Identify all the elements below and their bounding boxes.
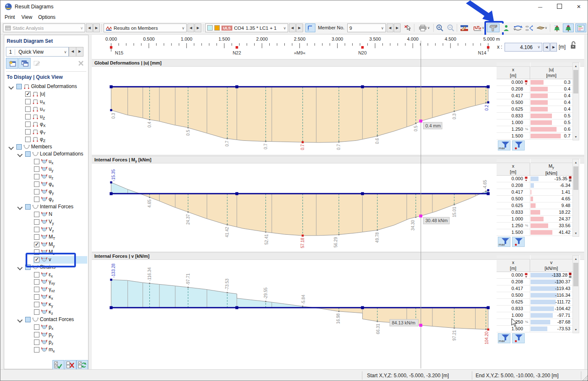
reverse-axis-button[interactable] bbox=[512, 23, 524, 32]
result-tables-button[interactable] bbox=[575, 23, 586, 32]
invert-check-button[interactable] bbox=[76, 360, 88, 370]
menu-print[interactable]: Print bbox=[5, 14, 15, 20]
table-row[interactable]: 0.6250.4 bbox=[497, 106, 572, 113]
sidebar-item-uy[interactable]: uY bbox=[4, 106, 88, 113]
uncheck-all-button[interactable] bbox=[65, 360, 76, 370]
table-row[interactable]: 1.000-97.71 bbox=[497, 312, 572, 319]
sidebar-item-z[interactable]: φz bbox=[4, 196, 88, 203]
member-select-button[interactable] bbox=[305, 23, 315, 32]
cursor-position-line[interactable] bbox=[421, 41, 421, 368]
table-row[interactable]: 0.83318.22 bbox=[497, 209, 572, 216]
filter-max-button[interactable]: max bbox=[498, 237, 510, 247]
sidebar-item-x[interactable]: φx bbox=[4, 181, 88, 188]
checkbox-z[interactable] bbox=[34, 309, 39, 315]
visibility-user-button[interactable] bbox=[501, 23, 511, 32]
table-row[interactable]: 0.625-111.72 bbox=[497, 299, 572, 306]
scroll-down-button[interactable]: ▼ bbox=[573, 134, 579, 140]
check-all-button[interactable] bbox=[52, 360, 64, 370]
table-row[interactable]: 0.4170.4 bbox=[497, 93, 572, 99]
chevron-expanded-icon[interactable] bbox=[8, 84, 14, 90]
x-next-button[interactable]: ▶ bbox=[550, 43, 557, 52]
table-row[interactable]: 0.5000.4 bbox=[497, 99, 572, 106]
table-row[interactable]: 0.2080.4 bbox=[497, 86, 572, 93]
display-navigator-button[interactable] bbox=[563, 23, 574, 32]
smooth-diagram-button[interactable] bbox=[535, 23, 549, 32]
project-navigator-button[interactable] bbox=[552, 23, 562, 32]
edit-set-button[interactable] bbox=[31, 58, 42, 69]
sidebar-item-uy[interactable]: uy bbox=[4, 166, 88, 173]
table-row[interactable]: 0.208-6.34 bbox=[497, 182, 572, 189]
sidebar-item-mx[interactable]: mx bbox=[4, 346, 88, 354]
sidebar-item-z[interactable]: κz bbox=[4, 308, 88, 316]
zoom-out-button[interactable] bbox=[446, 23, 456, 32]
minimize-button[interactable] bbox=[531, 0, 550, 13]
scroll-down-button[interactable]: ▼ bbox=[573, 230, 579, 236]
table-row[interactable]: 1.00024.37 bbox=[497, 216, 572, 223]
sidebar-item-vz[interactable]: Vz bbox=[4, 226, 88, 233]
checkbox-mx[interactable] bbox=[34, 347, 39, 352]
sidebar-item-n[interactable]: N bbox=[4, 211, 88, 218]
checkbox-z[interactable] bbox=[34, 197, 39, 202]
filter-values-button[interactable] bbox=[512, 333, 525, 343]
table-row[interactable]: 0.500-116.34 bbox=[497, 292, 572, 299]
sidebar-item-x[interactable]: εx bbox=[4, 271, 88, 279]
checkbox-uy[interactable] bbox=[25, 106, 31, 112]
checkbox-y[interactable] bbox=[34, 302, 39, 307]
checkbox-xy[interactable] bbox=[34, 279, 39, 285]
table-row[interactable]: 1.250¼33.56 bbox=[497, 223, 572, 229]
table-row[interactable]: 1.0000.5 bbox=[497, 119, 572, 126]
set-next-button[interactable]: ▶ bbox=[76, 47, 83, 57]
checkbox-mt[interactable] bbox=[34, 234, 39, 240]
sidebar-item-px[interactable]: px bbox=[4, 324, 88, 331]
table-row[interactable]: 1.250¼-87.68 bbox=[497, 319, 572, 326]
close-button[interactable] bbox=[569, 0, 588, 13]
checkbox-y[interactable] bbox=[25, 129, 31, 135]
load-case-prev-button[interactable]: ◀ bbox=[289, 23, 296, 32]
print-button[interactable] bbox=[416, 23, 432, 32]
sidebar-item-py[interactable]: py bbox=[4, 331, 88, 339]
checkbox-n[interactable] bbox=[34, 212, 39, 217]
chevron-expanded-icon[interactable] bbox=[17, 265, 23, 270]
checkbox-vz[interactable] bbox=[34, 227, 39, 232]
sidebar-item-pz[interactable]: pz bbox=[4, 339, 88, 346]
table-row[interactable]: 0.000-133.28 bbox=[497, 272, 572, 279]
checkbox-ux[interactable] bbox=[25, 99, 31, 104]
zoom-in-button[interactable] bbox=[435, 23, 445, 32]
checkbox-x[interactable] bbox=[34, 272, 39, 277]
scroll-down-button[interactable]: ▼ bbox=[573, 327, 579, 333]
scrollbar-thumb[interactable] bbox=[573, 263, 578, 286]
table-row[interactable]: 0.5004.65 bbox=[497, 196, 572, 202]
delete-set-button[interactable] bbox=[75, 58, 86, 69]
sidebar-item-my[interactable]: My bbox=[4, 241, 88, 249]
sidebar-item-y[interactable]: φY bbox=[4, 128, 88, 136]
table-row[interactable]: 1.500-73.53 bbox=[497, 326, 572, 332]
results-type-combo[interactable]: Results on Members bbox=[104, 23, 187, 32]
copy-set-button[interactable] bbox=[18, 58, 31, 69]
sidebar-item-globaldeformations[interactable]: Global Deformations bbox=[4, 83, 88, 91]
checkbox-x[interactable] bbox=[25, 122, 31, 127]
table-row[interactable]: 0.6259.48 bbox=[497, 202, 572, 209]
analysis-next-button[interactable]: ▶ bbox=[93, 23, 100, 32]
table-row[interactable]: 0.000-15.35 bbox=[497, 176, 572, 182]
checkbox-ux[interactable] bbox=[34, 159, 39, 164]
maximize-button[interactable] bbox=[550, 0, 569, 13]
set-prev-button[interactable]: ◀ bbox=[69, 47, 76, 57]
member-next-button[interactable]: ▶ bbox=[394, 23, 401, 32]
sidebar-item-vy[interactable]: Vy bbox=[4, 218, 88, 226]
table-row[interactable]: 1.5000.7 bbox=[497, 133, 572, 140]
sidebar-item-internalforces[interactable]: Internal Forces bbox=[4, 203, 88, 211]
table-row[interactable]: 1.50041.42 bbox=[497, 229, 572, 236]
checkbox-z[interactable] bbox=[25, 137, 31, 142]
sidebar-item-u[interactable]: |u| bbox=[4, 91, 88, 98]
sidebar-item-xy[interactable]: γxy bbox=[4, 278, 88, 286]
table-row[interactable]: 0.833-104.42 bbox=[497, 306, 572, 312]
x-position-combo[interactable]: 4.106 bbox=[505, 43, 542, 52]
menu-options[interactable]: Options bbox=[38, 14, 55, 20]
sidebar-item-x[interactable]: φX bbox=[4, 121, 88, 128]
result-diagram-set-combo[interactable]: 1 Quick View bbox=[6, 47, 69, 57]
member-no-combo[interactable]: 9 bbox=[347, 23, 386, 32]
new-set-button[interactable] bbox=[6, 58, 18, 69]
result-spacing-button[interactable]: x¦xx¦x bbox=[525, 23, 534, 32]
scroll-up-button[interactable]: ▲ bbox=[573, 63, 579, 69]
table-row[interactable]: 0.417-119.43 bbox=[497, 285, 572, 292]
